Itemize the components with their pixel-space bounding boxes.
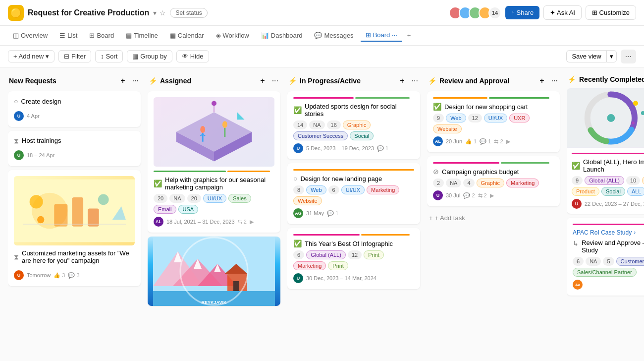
card-apac-case-study[interactable]: APAC RoI Case Study › ↳ Review and Appro… — [567, 218, 644, 296]
tab-workflow[interactable]: ◈ Workflow — [211, 30, 254, 41]
tab-overview[interactable]: ◫ Overview — [8, 30, 53, 41]
card-tags: 6 Global (ALL) 12 Print Marketing Print — [293, 250, 414, 270]
card-title: Host trainings — [22, 137, 61, 144]
filter-button[interactable]: ⊟ Filter — [58, 50, 91, 62]
tag: Product — [572, 187, 599, 196]
card-tags: 8 Web 6 UI/UX Marketing Website — [293, 185, 414, 205]
tag: Print — [328, 261, 348, 270]
card-footer: U 5 Dec, 2023 – 19 Dec, 2023 💬 1 — [293, 143, 414, 153]
card-reykjavik[interactable]: REYKJAVIK — [148, 237, 280, 306]
column-menu-button[interactable]: ··· — [130, 75, 141, 86]
card-host-trainings[interactable]: ⧗ Host trainings U 18 – 24 Apr — [8, 131, 141, 166]
tab-board[interactable]: ⊞ Board ··· — [361, 29, 402, 42]
avatar-count[interactable]: 14 — [488, 6, 501, 19]
forward-icon: ▶ — [506, 138, 510, 145]
group-by-button[interactable]: ▦ Group by — [127, 50, 172, 62]
board2-icon: ⊞ — [366, 31, 371, 39]
ask-ai-button[interactable]: ✦ Ask AI — [543, 5, 582, 20]
tag: 8 — [293, 185, 304, 194]
avatar: U — [572, 199, 582, 209]
add-tab-button[interactable]: + — [404, 30, 414, 41]
column-menu-button[interactable]: ··· — [410, 75, 420, 86]
tag: Graphic — [642, 176, 644, 185]
card-create-design[interactable]: ○ Create design U 4 Apr — [8, 91, 141, 127]
save-view-dropdown[interactable]: ▾ — [606, 50, 617, 62]
card-date: 31 May — [306, 210, 324, 216]
tag: NA — [446, 179, 461, 187]
breadcrumb: APAC RoI Case Study › — [573, 229, 644, 236]
links-count: ⇆ 2 — [238, 219, 247, 225]
card-global-hero[interactable]: Photo ✅ Global (ALL), Hero Image for Pro… — [567, 88, 644, 214]
more-options-button[interactable]: ··· — [621, 50, 636, 63]
tag: UI/UX — [203, 194, 226, 203]
tag: 12 — [348, 250, 362, 259]
card-updated-sports[interactable]: ✅ Updated sports design for social stori… — [287, 91, 420, 159]
add-card-button[interactable]: + — [258, 75, 267, 86]
card-date: 18 – 24 Apr — [27, 152, 54, 158]
svg-point-2 — [30, 195, 43, 208]
tag: UXR — [509, 114, 530, 122]
tag: Customer Success — [293, 131, 348, 140]
tab-timeline[interactable]: ▤ Timeline — [121, 30, 163, 41]
tab-board-first[interactable]: ⊞ Board — [84, 30, 119, 41]
tag: 20 — [187, 194, 201, 203]
customize-button[interactable]: ⊞ Customize — [586, 5, 636, 20]
comments-count: 💬 1 — [377, 145, 388, 152]
tab-dashboard[interactable]: 📊 Dashboard — [256, 30, 308, 41]
add-card-button[interactable]: + — [118, 75, 127, 86]
column-header: New Requests + ··· — [8, 75, 142, 86]
column-cards: ✅ Design for new shopping cart 9 Web 12 … — [427, 91, 561, 353]
tag: Social — [601, 187, 625, 196]
lightning-icon: ⚡ — [568, 75, 576, 83]
column-menu-button[interactable]: ··· — [549, 75, 560, 86]
messages-icon: 💬 — [314, 32, 322, 39]
card-help-graphics[interactable]: ✅ Help with graphics for our seasonal ma… — [148, 91, 280, 233]
svg-point-14 — [200, 126, 205, 133]
column-menu-button[interactable]: ··· — [270, 75, 280, 86]
comments-count: 💬 3 — [68, 272, 79, 279]
column-title: Assigned — [160, 77, 255, 85]
star-icon[interactable]: ☆ — [160, 9, 166, 17]
card-infographic[interactable]: ✅ This Year's Best Of Infographic 6 Glob… — [287, 228, 420, 289]
card-date: 18 Jul, 2021 – 31 Dec, 2023 — [166, 219, 235, 225]
add-card-button[interactable]: + — [398, 75, 406, 86]
status-pill[interactable]: Set status — [170, 8, 207, 18]
card-footer: U Tomorrow 👍 3 💬 3 — [14, 270, 135, 280]
add-task-button[interactable]: + + Add task — [427, 210, 560, 226]
tag: 14 — [293, 120, 307, 129]
avatar: U — [14, 270, 24, 280]
tag: USA — [178, 205, 199, 214]
column-assigned: ⚡ Assigned + ··· — [148, 75, 281, 353]
share-button[interactable]: ↑ Share — [505, 6, 539, 19]
card-design-shopping[interactable]: ✅ Design for new shopping cart 9 Web 12 … — [427, 91, 560, 152]
likes-count: 👍 1 — [465, 138, 477, 145]
lightning-icon: ⚡ — [428, 77, 436, 85]
sort-button[interactable]: ↕ Sort — [95, 50, 123, 62]
card-actions: 💬 1 — [327, 210, 338, 217]
tab-list[interactable]: ☰ List — [54, 30, 82, 41]
links-count: ⇆ 2 — [494, 138, 503, 145]
tag: Global (ALL) — [306, 250, 346, 259]
avatar: AL — [154, 217, 163, 227]
card-campaign-budget[interactable]: ⊘ Campaign graphics budget 2 NA 4 Graphi… — [427, 156, 560, 206]
tab-calendar[interactable]: ▦ Calendar — [165, 30, 209, 41]
board-area: New Requests + ··· ○ Create design U 4 A… — [0, 67, 644, 361]
tag: UI/UX — [341, 185, 365, 194]
tab-messages[interactable]: 💬 Messages — [309, 30, 358, 41]
card-customized-marketing[interactable]: ⧗ Customized marketing assets for "We ar… — [8, 170, 141, 286]
card-date: Tomorrow — [27, 272, 51, 278]
card-image: REYKJAVIK — [148, 237, 280, 306]
card-title: Updated sports design for social stories — [305, 103, 414, 118]
hide-button[interactable]: 👁 Hide — [176, 50, 209, 62]
lightning-icon: ⚡ — [149, 77, 157, 85]
tag: Graphic — [477, 179, 505, 187]
check-icon: ✅ — [293, 106, 302, 114]
add-new-button[interactable]: + Add new ▾ — [8, 50, 54, 62]
card-content: ✅ Global (ALL), Hero Image for Product L… — [567, 148, 644, 214]
dropdown-icon[interactable]: ▾ — [153, 9, 157, 17]
likes-count: 👍 3 — [54, 272, 65, 279]
add-card-button[interactable]: + — [537, 75, 546, 86]
column-header: ⚡ Assigned + ··· — [148, 75, 281, 86]
save-view-button[interactable]: Save view — [566, 50, 606, 62]
card-design-landing[interactable]: ○ Design for new landing page 8 Web 6 UI… — [287, 163, 420, 224]
